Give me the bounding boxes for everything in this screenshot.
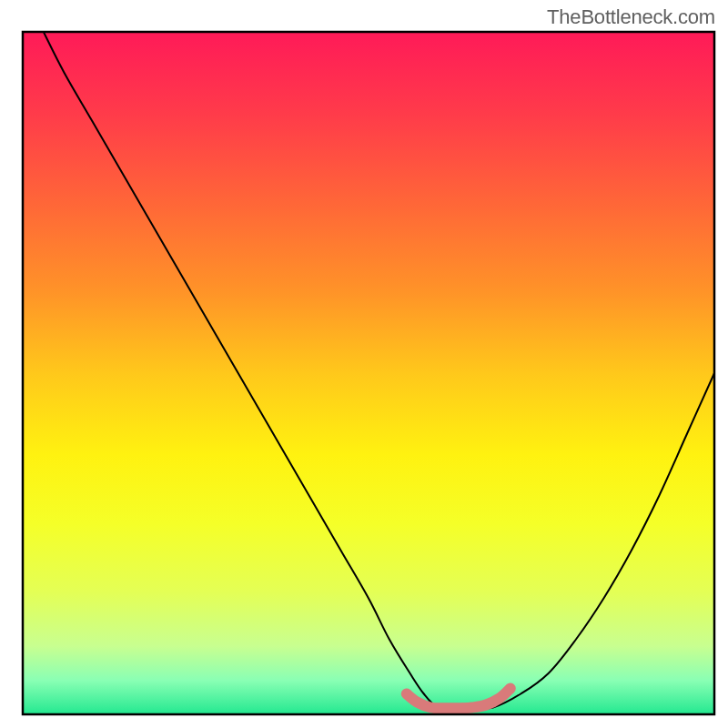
chart-container: TheBottleneck.com xyxy=(0,0,728,728)
plot-background xyxy=(23,32,714,714)
chart-svg xyxy=(0,0,728,728)
attribution-label: TheBottleneck.com xyxy=(547,5,715,29)
